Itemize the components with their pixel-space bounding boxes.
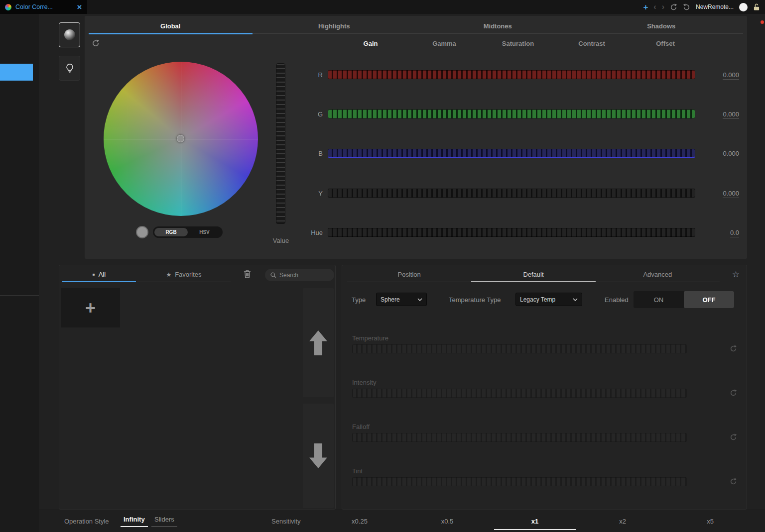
- color-mode-toggle: RGB HSV: [153, 226, 223, 238]
- library-tab-favorites[interactable]: ★ Favorites: [137, 267, 231, 282]
- plus-icon: +: [85, 298, 96, 319]
- tab-advanced[interactable]: Advanced: [596, 267, 720, 282]
- trash-icon[interactable]: [244, 270, 251, 280]
- session-name: NewRemote...: [696, 3, 734, 10]
- channel-r-slider[interactable]: [328, 70, 695, 79]
- tint-slider-group: Tint: [352, 467, 687, 486]
- subtab-offset[interactable]: Offset: [629, 40, 702, 47]
- style-infinity-button[interactable]: Infinity: [121, 516, 148, 527]
- channel-g-slider[interactable]: [328, 109, 695, 118]
- temperature-type-select-value: Legacy Temp: [520, 296, 555, 303]
- left-sidebar: [0, 14, 39, 532]
- channel-hue-value[interactable]: 0.0: [730, 229, 739, 237]
- tint-label: Tint: [352, 467, 687, 475]
- search-icon: [270, 272, 276, 278]
- subtab-gain[interactable]: Gain: [334, 40, 407, 47]
- temperature-type-select[interactable]: Legacy Temp: [515, 293, 582, 306]
- sensitivity-x2[interactable]: x2: [579, 510, 666, 532]
- scroll-up-button[interactable]: [303, 288, 334, 397]
- top-bar-actions: + ‹ › NewRemote...: [643, 0, 760, 14]
- off-button[interactable]: OFF: [684, 291, 734, 308]
- favorite-star-icon[interactable]: ☆: [732, 269, 740, 280]
- falloff-label: Falloff: [352, 423, 687, 430]
- search-input[interactable]: [279, 272, 325, 279]
- forward-icon[interactable]: ›: [662, 3, 664, 11]
- tab-global[interactable]: Global: [89, 19, 253, 33]
- channel-row-hue: Hue 0.0: [299, 228, 739, 237]
- reset-grading-icon[interactable]: [92, 39, 100, 49]
- channel-row-g: G 0.000: [299, 109, 739, 118]
- light-tool-button[interactable]: [59, 56, 80, 81]
- mode-rgb-button[interactable]: RGB: [154, 228, 188, 236]
- channel-b-slider[interactable]: [328, 149, 695, 158]
- library-tab-favorites-label: Favorites: [175, 271, 201, 278]
- channel-b-value[interactable]: 0.000: [723, 150, 739, 158]
- channel-b-label: B: [299, 150, 323, 157]
- color-wheel[interactable]: [104, 62, 258, 216]
- add-tab-icon[interactable]: +: [643, 3, 648, 11]
- style-sliders-button[interactable]: Sliders: [151, 516, 177, 527]
- reset-tint-icon[interactable]: [730, 478, 737, 487]
- scroll-down-button[interactable]: [303, 404, 334, 508]
- tab-highlights[interactable]: Highlights: [253, 19, 416, 33]
- sensitivity-x5[interactable]: x5: [666, 510, 754, 532]
- intensity-label: Intensity: [352, 379, 687, 386]
- sensitivity-x1[interactable]: x1: [491, 510, 579, 532]
- channel-g-value[interactable]: 0.000: [723, 110, 739, 119]
- library-tab-all[interactable]: ■ All: [62, 267, 136, 282]
- type-select-value: Sphere: [381, 296, 400, 303]
- library-panel: ■ All ★ Favorites +: [59, 265, 336, 510]
- sidebar-selected-item[interactable]: [0, 64, 33, 81]
- reset-falloff-icon[interactable]: [730, 433, 737, 443]
- enabled-toggle: ON OFF: [634, 291, 734, 308]
- sensitivity-x0.5[interactable]: x0.5: [403, 510, 491, 532]
- on-button[interactable]: ON: [634, 291, 684, 308]
- tint-slider[interactable]: [352, 477, 687, 486]
- channel-g-label: G: [299, 110, 323, 118]
- sensitivity-label: Sensitivity: [271, 518, 301, 525]
- falloff-slider[interactable]: [352, 433, 687, 442]
- add-preset-tile[interactable]: +: [61, 288, 120, 327]
- color-swatch[interactable]: [136, 226, 148, 238]
- tab-position[interactable]: Position: [347, 267, 471, 282]
- close-tab-icon[interactable]: ✕: [77, 3, 82, 11]
- tab-shadows[interactable]: Shadows: [580, 19, 744, 33]
- mode-hsv-button[interactable]: HSV: [188, 228, 221, 236]
- intensity-slider-group: Intensity: [352, 379, 687, 398]
- value-slider-label: Value: [260, 237, 302, 244]
- channel-r-value[interactable]: 0.000: [723, 71, 739, 80]
- chevron-down-icon: [573, 298, 578, 301]
- tab-midtones[interactable]: Midtones: [416, 19, 580, 33]
- sensitivity-x0.25[interactable]: x0.25: [316, 510, 403, 532]
- tab-default[interactable]: Default: [471, 267, 595, 282]
- wheel-knob[interactable]: [177, 135, 184, 142]
- temperature-slider[interactable]: [352, 344, 687, 353]
- value-slider[interactable]: [276, 63, 285, 224]
- type-select[interactable]: Sphere: [376, 293, 427, 306]
- redo-icon[interactable]: [683, 3, 690, 11]
- subtab-saturation[interactable]: Saturation: [481, 40, 555, 47]
- channel-row-y: Y 0.000: [299, 189, 739, 198]
- channel-y-slider[interactable]: [328, 189, 695, 198]
- reset-intensity-icon[interactable]: [730, 389, 737, 399]
- back-icon[interactable]: ‹: [653, 3, 656, 11]
- library-tab-all-label: All: [99, 271, 106, 278]
- channel-row-b: B 0.000: [299, 149, 739, 158]
- user-avatar[interactable]: [739, 3, 748, 11]
- reset-temperature-icon[interactable]: [730, 345, 737, 354]
- grading-subtab-bar: Gain Gamma Saturation Contrast Offset: [334, 40, 702, 47]
- lock-icon[interactable]: [753, 3, 760, 11]
- subtab-contrast[interactable]: Contrast: [555, 40, 629, 47]
- subtab-gamma[interactable]: Gamma: [407, 40, 481, 47]
- sensitivity-options: x0.25 x0.5 x1 x2 x5: [316, 510, 754, 532]
- top-bar: Color Corre... ✕ + ‹ › NewRemote...: [0, 0, 765, 14]
- channel-hue-slider[interactable]: [328, 228, 695, 237]
- document-tab[interactable]: Color Corre... ✕: [0, 0, 87, 14]
- channel-y-value[interactable]: 0.000: [723, 190, 739, 198]
- lightbulb-icon: [64, 63, 75, 74]
- intensity-slider[interactable]: [352, 389, 687, 398]
- properties-tab-bar: Position Default Advanced: [347, 267, 720, 282]
- color-wheel-tool-button[interactable]: [59, 22, 80, 47]
- temperature-slider-group: Temperature: [352, 334, 687, 353]
- undo-icon[interactable]: [670, 3, 677, 11]
